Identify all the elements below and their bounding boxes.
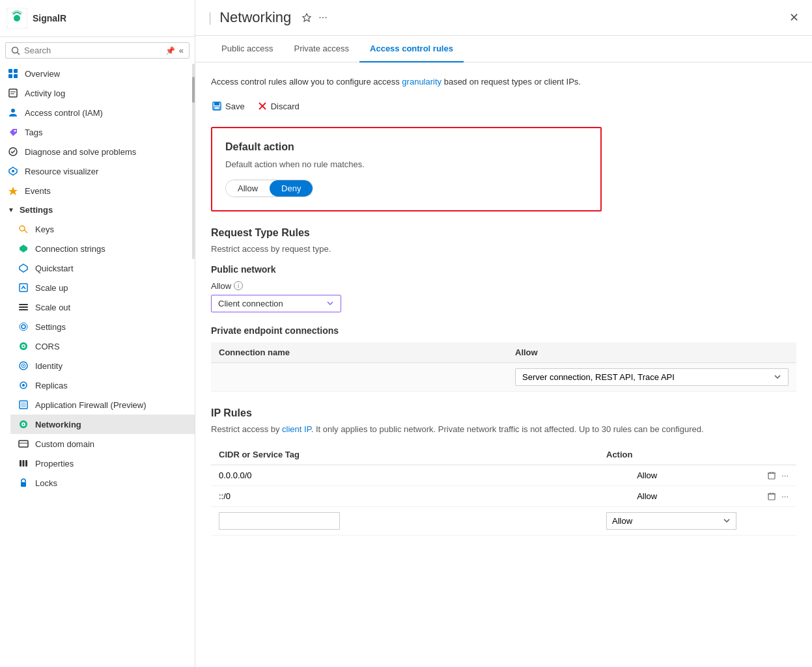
more-icon-row-1[interactable]: ··· <box>781 470 789 480</box>
client-ip-link[interactable]: client IP <box>282 424 311 434</box>
svg-rect-48 <box>214 102 219 105</box>
sidebar-nav-custom-domain[interactable]: Custom domain <box>10 434 195 454</box>
sidebar-nav-networking[interactable]: Networking <box>10 415 195 434</box>
scale-out-label: Scale out <box>35 303 70 312</box>
replicas-label: Replicas <box>35 381 68 390</box>
sidebar-nav-activity-log[interactable]: Activity log <box>0 83 195 103</box>
save-icon <box>212 102 221 111</box>
sidebar-nav-application-firewall[interactable]: Application Firewall (Preview) <box>10 395 195 415</box>
connection-strings-icon <box>18 243 29 254</box>
svg-point-25 <box>21 325 25 329</box>
row-1-actions: ··· <box>767 470 789 480</box>
svg-rect-43 <box>23 460 25 467</box>
title-separator: | <box>208 10 212 25</box>
public-network-title: Public network <box>211 264 796 275</box>
sidebar-nav-quickstart[interactable]: Quickstart <box>10 258 195 278</box>
svg-point-29 <box>23 346 25 347</box>
svg-rect-44 <box>25 460 27 467</box>
discard-button[interactable]: Discard <box>257 99 301 114</box>
ip-rule-row-1: 0.0.0.0/0 Allow ··· <box>211 465 796 486</box>
networking-label: Networking <box>35 420 81 429</box>
svg-rect-8 <box>9 89 17 97</box>
sidebar-nav-cors[interactable]: CORS <box>10 336 195 356</box>
close-button[interactable]: ✕ <box>789 10 799 25</box>
scale-up-label: Scale up <box>35 283 68 293</box>
private-allow-dropdown[interactable]: Server connection, REST API, Trace API <box>515 368 789 386</box>
svg-point-39 <box>23 424 24 425</box>
main-area: | Networking ··· ✕ Public access Private… <box>195 0 812 667</box>
private-dropdown-chevron-icon <box>774 373 781 381</box>
default-action-description: Default action when no rule matches. <box>225 159 587 169</box>
diagnose-icon <box>8 146 18 157</box>
sidebar-nav-scale-up[interactable]: Scale up <box>10 278 195 297</box>
search-input[interactable] <box>24 46 161 55</box>
tab-public-access[interactable]: Public access <box>211 36 283 62</box>
firewall-label: Application Firewall (Preview) <box>35 400 147 410</box>
cidr-input[interactable] <box>219 512 340 530</box>
sidebar-nav-identity[interactable]: Identity <box>10 356 195 375</box>
request-type-rules-section: Request Type Rules Restrict access by re… <box>211 227 796 392</box>
svg-rect-49 <box>214 107 219 109</box>
client-connection-dropdown[interactable]: Client connection <box>211 295 341 312</box>
sidebar-nav-locks[interactable]: Locks <box>10 473 195 493</box>
sidebar-nav-settings[interactable]: Settings <box>10 317 195 336</box>
sidebar-nav-events[interactable]: Events <box>0 181 195 200</box>
sidebar-nav-connection-strings[interactable]: Connection strings <box>10 239 195 258</box>
sidebar-nav-replicas[interactable]: Replicas <box>10 375 195 395</box>
sidebar-nav-scale-out[interactable]: Scale out <box>10 297 195 317</box>
more-icon-row-2[interactable]: ··· <box>781 491 789 501</box>
allow-info-icon[interactable]: i <box>234 281 243 290</box>
action-dropdown-chevron-icon <box>723 517 731 524</box>
keys-icon <box>18 224 29 234</box>
svg-marker-20 <box>20 264 27 272</box>
private-endpoint-title: Private endpoint connections <box>211 325 796 336</box>
svg-rect-45 <box>21 482 26 487</box>
replicas-icon <box>18 380 29 390</box>
ellipsis-icon[interactable]: ··· <box>318 12 327 23</box>
sidebar-nav-properties[interactable]: Properties <box>10 454 195 473</box>
svg-point-13 <box>14 130 16 132</box>
settings-section-header[interactable]: ▼ Settings <box>0 200 195 219</box>
sidebar-nav-keys[interactable]: Keys <box>10 219 195 239</box>
svg-rect-40 <box>19 441 28 447</box>
default-action-toggle: Allow Deny <box>225 180 313 197</box>
ip-rule-row-2: ::/0 Allow ··· <box>211 486 796 507</box>
granularity-link[interactable]: granularity <box>402 77 441 87</box>
delete-icon-row-1[interactable] <box>767 470 776 480</box>
favorite-icon[interactable] <box>301 12 312 23</box>
ip-rules-description: Restrict access by client IP. It only ap… <box>211 424 796 434</box>
settings-section-label: Settings <box>20 205 53 215</box>
svg-line-3 <box>18 52 20 55</box>
cidr-cell-1: 0.0.0.0/0 <box>219 470 637 480</box>
activity-log-icon <box>8 88 18 98</box>
sidebar-nav-resource-visualizer[interactable]: Resource visualizer <box>0 161 195 181</box>
sidebar-nav-iam[interactable]: Access control (IAM) <box>0 103 195 122</box>
toolbar: Save Discard <box>211 99 796 114</box>
tab-private-access[interactable]: Private access <box>283 36 359 62</box>
identity-icon <box>18 361 29 371</box>
search-bar[interactable]: 📌 « <box>5 42 189 59</box>
pin-icon: 📌 <box>165 46 175 55</box>
svg-marker-17 <box>8 187 18 195</box>
action-header: Action <box>606 450 736 459</box>
allow-toggle-button[interactable]: Allow <box>226 180 270 197</box>
sidebar-nav-overview[interactable]: Overview <box>0 64 195 83</box>
default-action-box: Default action Default action when no ru… <box>211 127 602 211</box>
svg-point-1 <box>14 15 20 21</box>
deny-toggle-button[interactable]: Deny <box>270 180 313 197</box>
svg-rect-52 <box>768 473 775 479</box>
tab-access-control-rules[interactable]: Access control rules <box>359 36 464 62</box>
save-button[interactable]: Save <box>211 99 246 114</box>
cidr-input-cell <box>219 512 606 530</box>
scale-up-icon <box>18 282 29 293</box>
cors-label: CORS <box>35 342 60 351</box>
sidebar-nav-tags[interactable]: Tags <box>0 122 195 142</box>
cors-icon <box>18 341 29 351</box>
action-select-dropdown[interactable]: Allow <box>606 512 736 530</box>
sidebar-nav-diagnose[interactable]: Diagnose and solve problems <box>0 142 195 161</box>
table-row: Server connection, REST API, Trace API <box>211 363 796 392</box>
settings-icon <box>18 321 29 332</box>
scale-out-icon <box>18 302 29 312</box>
collapse-icon[interactable]: « <box>179 46 184 55</box>
delete-icon-row-2[interactable] <box>767 491 776 500</box>
